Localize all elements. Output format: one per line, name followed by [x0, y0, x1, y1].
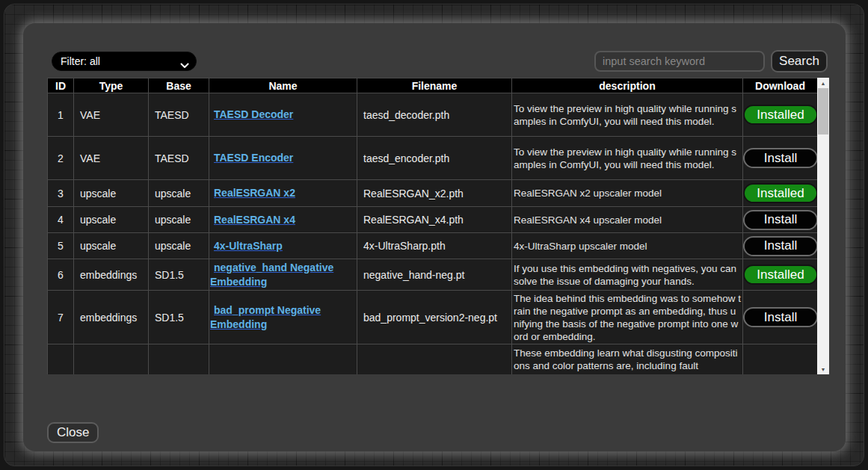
column-header-description: description	[512, 78, 743, 93]
cell-download: Install	[743, 233, 818, 259]
cell-name: 4x-UltraSharp	[209, 233, 357, 259]
search-button[interactable]: Search	[771, 50, 828, 72]
scroll-up-arrow-icon[interactable]: ▲	[817, 78, 829, 88]
cell-filename: bad_prompt_version2-neg.pt	[357, 291, 512, 344]
cell-base	[149, 344, 209, 375]
cell-download: Install	[743, 137, 818, 180]
install-button[interactable]: Install	[743, 236, 818, 256]
model-link[interactable]: bad_prompt Negative Embedding	[210, 304, 321, 330]
cell-type: embeddings	[74, 259, 149, 291]
cell-name: bad_prompt Negative Embedding	[209, 291, 357, 344]
table-row-partial: These embedding learn what disgusting co…	[48, 344, 818, 375]
cell-base: upscale	[149, 233, 209, 259]
scrollbar-thumb[interactable]	[818, 88, 828, 134]
cell-filename: taesd_encoder.pth	[357, 137, 512, 180]
table-scrollbar[interactable]: ▲ ▼	[817, 78, 829, 374]
table-row: 7 embeddings SD1.5 bad_prompt Negative E…	[48, 291, 818, 344]
column-header-filename: Filename	[357, 78, 512, 93]
cell-description: The idea behind this embedding was to so…	[512, 291, 743, 344]
cell-download: Install	[743, 291, 818, 344]
cell-type: upscale	[74, 207, 149, 233]
cell-description: These embedding learn what disgusting co…	[512, 344, 743, 375]
cell-download: Installed	[743, 93, 818, 137]
cell-id: 7	[48, 291, 74, 344]
cell-filename: taesd_decoder.pth	[357, 93, 512, 137]
table-row: 6 embeddings SD1.5 negative_hand Negativ…	[48, 259, 818, 291]
cell-filename: 4x-UltraSharp.pth	[357, 233, 512, 259]
cell-name	[209, 344, 357, 375]
column-header-id: ID	[48, 78, 74, 93]
table-row: 5 upscale upscale 4x-UltraSharp 4x-Ultra…	[48, 233, 818, 259]
cell-type: upscale	[74, 180, 149, 207]
install-button[interactable]: Install	[743, 307, 818, 327]
model-link[interactable]: TAESD Encoder	[214, 152, 293, 164]
cell-description: If you use this embedding with negatives…	[512, 259, 743, 291]
model-link[interactable]: negative_hand Negative Embedding	[210, 262, 333, 288]
column-header-download: Download	[743, 78, 818, 93]
model-link[interactable]: RealESRGAN x2	[214, 187, 295, 199]
cell-description: RealESRGAN x2 upscaler model	[512, 180, 743, 207]
cell-download: Install	[743, 207, 818, 233]
model-link[interactable]: RealESRGAN x4	[214, 214, 295, 226]
cell-description: 4x-UltraSharp upscaler model	[512, 233, 743, 259]
cell-description: To view the preview in high quality whil…	[512, 137, 743, 180]
scroll-down-arrow-icon[interactable]: ▼	[817, 364, 829, 374]
cell-filename: RealESRGAN_x4.pth	[357, 207, 512, 233]
cell-base: TAESD	[149, 137, 209, 180]
cell-id: 6	[48, 259, 74, 291]
filter-select[interactable]: Filter: all	[52, 52, 197, 71]
table-header-row: ID Type Base Name Filename description D…	[48, 78, 818, 93]
column-header-type: Type	[74, 78, 149, 93]
table-row: 4 upscale upscale RealESRGAN x4 RealESRG…	[48, 207, 818, 233]
search-input[interactable]	[594, 51, 765, 72]
filter-dropdown-wrap: Filter: all	[52, 52, 197, 71]
cell-base: TAESD	[149, 93, 209, 137]
cell-type: VAE	[74, 137, 149, 180]
cell-name: RealESRGAN x2	[209, 180, 357, 207]
install-models-dialog: Filter: all Search ID Type Base	[23, 23, 846, 451]
cell-type: VAE	[74, 93, 149, 137]
cell-download: Installed	[743, 180, 818, 207]
model-link[interactable]: 4x-UltraSharp	[214, 240, 283, 252]
cell-description: To view the preview in high quality whil…	[512, 93, 743, 137]
installed-button[interactable]: Installed	[743, 265, 818, 285]
cell-id: 3	[48, 180, 74, 207]
cell-id: 1	[48, 93, 74, 137]
cell-type: embeddings	[74, 291, 149, 344]
cell-download: Installed	[743, 259, 818, 291]
cell-name: TAESD Encoder	[209, 137, 357, 180]
cell-base: SD1.5	[149, 259, 209, 291]
cell-type	[74, 344, 149, 375]
close-button[interactable]: Close	[47, 422, 99, 443]
install-button[interactable]: Install	[743, 148, 818, 168]
installed-button[interactable]: Installed	[743, 183, 818, 203]
cell-id: 4	[48, 207, 74, 233]
cell-id: 2	[48, 137, 74, 180]
model-table-container: ID Type Base Name Filename description D…	[47, 78, 829, 374]
cell-id	[48, 344, 74, 375]
cell-id: 5	[48, 233, 74, 259]
graph-canvas-background: Filter: all Search ID Type Base	[4, 4, 864, 466]
cell-name: TAESD Decoder	[209, 93, 357, 137]
table-row: 1 VAE TAESD TAESD Decoder taesd_decoder.…	[48, 93, 818, 137]
model-table: ID Type Base Name Filename description D…	[47, 78, 818, 374]
column-header-name: Name	[209, 78, 357, 93]
installed-button[interactable]: Installed	[743, 105, 818, 125]
column-header-base: Base	[149, 78, 209, 93]
cell-filename: RealESRGAN_x2.pth	[357, 180, 512, 207]
cell-type: upscale	[74, 233, 149, 259]
cell-filename: negative_hand-neg.pt	[357, 259, 512, 291]
cell-base: upscale	[149, 180, 209, 207]
cell-name: RealESRGAN x4	[209, 207, 357, 233]
cell-base: upscale	[149, 207, 209, 233]
cell-filename	[357, 344, 512, 375]
install-button[interactable]: Install	[743, 210, 818, 230]
cell-description: RealESRGAN x4 upscaler model	[512, 207, 743, 233]
cell-base: SD1.5	[149, 291, 209, 344]
cell-name: negative_hand Negative Embedding	[209, 259, 357, 291]
table-row: 3 upscale upscale RealESRGAN x2 RealESRG…	[48, 180, 818, 207]
cell-download	[743, 344, 818, 375]
model-link[interactable]: TAESD Decoder	[214, 108, 293, 120]
table-row: 2 VAE TAESD TAESD Encoder taesd_encoder.…	[48, 137, 818, 180]
